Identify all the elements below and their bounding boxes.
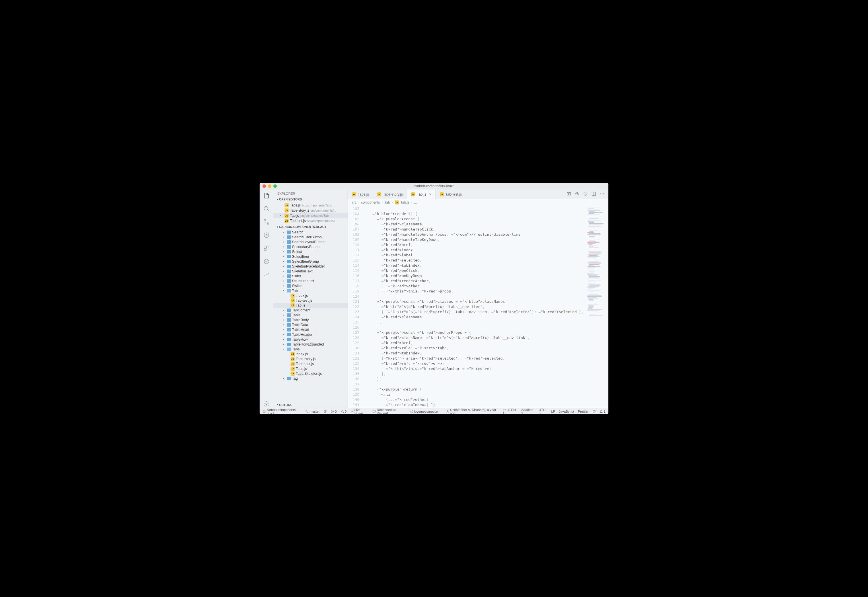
file-item[interactable]: JSTab.js (273, 303, 348, 308)
close-tab-icon[interactable]: × (429, 192, 431, 197)
svg-point-18 (308, 412, 308, 413)
more-actions-icon[interactable] (600, 192, 604, 197)
editor-tab[interactable]: JSTab-test.js (436, 190, 466, 199)
file-tree[interactable]: ▸Search▸SearchFilterButton▸SearchLayoutB… (273, 230, 348, 402)
folder-item[interactable]: ▸TableRow (273, 337, 348, 342)
code-editor[interactable]: 1031041051061071081091101111121131141151… (348, 206, 586, 408)
debug-icon[interactable] (263, 232, 270, 239)
open-editor-item[interactable]: ×JSTab-test.js src/components/Tab (273, 218, 348, 223)
file-item[interactable]: JSTabs-test.js (273, 361, 348, 366)
status-errors[interactable]: 0 (330, 410, 336, 413)
folder-item[interactable]: ▸Slider (273, 273, 348, 278)
status-sync[interactable] (323, 410, 327, 413)
folder-item[interactable]: ▸TableBody (273, 318, 348, 322)
folder-item[interactable]: ▸TabContent (273, 308, 348, 313)
status-liveshare[interactable]: Live Share (350, 408, 369, 414)
minimap[interactable] (586, 206, 608, 408)
folder-item[interactable]: ▸TableData (273, 322, 348, 327)
status-eol[interactable]: LF (551, 410, 555, 413)
editor-tab[interactable]: JSTabs.js (348, 190, 373, 199)
folder-item[interactable]: ▸Tag (273, 376, 348, 381)
file-item[interactable]: JSTab-test.js (273, 298, 348, 303)
explorer-sidebar: EXPLORER OPEN EDITORS ×JSTabs.js src/com… (273, 190, 348, 408)
status-project[interactable]: carbon-components-react (263, 408, 302, 414)
chevron-icon: ▸ (283, 270, 286, 272)
outline-header[interactable]: OUTLINE (273, 402, 348, 408)
status-spaces[interactable]: Spaces: 2 (521, 408, 535, 414)
folder-item[interactable]: ▸Table (273, 313, 348, 318)
status-notifications[interactable]: 1 (599, 410, 605, 413)
diff-icon[interactable] (583, 192, 588, 197)
source-control-icon[interactable] (263, 219, 270, 226)
folder-item[interactable]: ▾Tab (273, 288, 348, 293)
tree-item-label: TableHeader (292, 333, 312, 337)
compare-icon[interactable] (566, 192, 571, 197)
file-item[interactable]: JSindex.js (273, 352, 348, 356)
folder-item[interactable]: ▸Select (273, 249, 348, 254)
close-window-button[interactable] (263, 184, 266, 188)
breadcrumb-item[interactable]: Tab (384, 200, 390, 205)
tree-item-label: SelectItem (292, 255, 309, 258)
graph-icon[interactable] (263, 272, 270, 279)
folder-item[interactable]: ▾Tabs (273, 347, 348, 352)
file-item[interactable]: JSTabs.Skeleton.js (273, 371, 348, 376)
status-prettier[interactable]: Prettier (578, 410, 589, 413)
status-feedback-icon[interactable] (592, 410, 596, 413)
maximize-window-button[interactable] (273, 184, 277, 188)
folder-item[interactable]: ▸TableRowExpanded (273, 342, 348, 347)
status-github[interactable]: lovemecomputer (410, 410, 438, 413)
file-item[interactable]: JSTabs.js (273, 366, 348, 371)
breadcrumb-separator: › (382, 200, 383, 205)
close-icon[interactable]: × (280, 214, 283, 218)
split-editor-icon[interactable] (592, 192, 596, 197)
editor-tab[interactable]: JSTabs-story.js (373, 190, 407, 199)
folder-item[interactable]: ▸TableHead (273, 327, 348, 332)
folder-item[interactable]: ▸SelectItemGroup (273, 259, 348, 264)
js-file-icon: JS (291, 367, 294, 371)
folder-item[interactable]: ▸SkeletonText (273, 269, 348, 273)
folder-item[interactable]: ▸SearchLayoutButton (273, 239, 348, 244)
open-editor-item[interactable]: ×JSTab.js src/components/Tab (273, 213, 348, 218)
database-icon[interactable] (263, 258, 270, 266)
project-header[interactable]: CARBON-COMPONENTS-REACT (273, 224, 348, 230)
status-encoding[interactable]: UTF-8 (539, 408, 547, 414)
breadcrumb-item[interactable]: ... (414, 200, 417, 205)
breadcrumb-item[interactable]: components (361, 200, 380, 205)
status-discord[interactable]: Reconnect to Discord (373, 408, 406, 414)
open-editor-item[interactable]: ×JSTabs-story.js src/components/... (273, 208, 348, 213)
open-editor-item[interactable]: ×JSTabs.js src/components/Tabs (273, 203, 348, 208)
breadcrumbs[interactable]: src›components›Tab›JSTab.js›... (348, 199, 608, 206)
code-content[interactable]: ="k-blue">render() { ="k-purple">const {… (363, 206, 586, 408)
status-position[interactable]: Ln 1, Col 1 (503, 408, 518, 414)
explorer-icon[interactable] (263, 192, 270, 200)
settings-gear-icon[interactable] (263, 401, 270, 408)
open-editors-header[interactable]: OPEN EDITORS (273, 196, 348, 202)
folder-item[interactable]: ▸TableHeader (273, 332, 348, 337)
minimize-window-button[interactable] (268, 184, 271, 188)
status-warnings[interactable]: 0 (340, 410, 346, 413)
status-branch[interactable]: master (305, 410, 320, 413)
editor-tab[interactable]: JSTab.js× (407, 190, 436, 199)
folder-item[interactable]: ▸SecondaryButton (273, 244, 348, 249)
folder-item[interactable]: ▸SelectItem (273, 254, 348, 259)
file-item[interactable]: JSTabs-story.js (273, 356, 348, 361)
svg-point-15 (602, 193, 602, 194)
status-language[interactable]: JavaScript (559, 410, 574, 413)
folder-item[interactable]: ▸Search (273, 230, 348, 235)
editor-filename: Tabs.js (290, 203, 300, 207)
js-file-icon: JS (285, 208, 288, 212)
chevron-icon: ▸ (283, 255, 286, 258)
editor-filename: Tabs-story.js (290, 208, 309, 212)
status-blame[interactable]: Christopher A. Dhanaraj, a year ago (446, 408, 499, 414)
folder-item[interactable]: ▸StructuredList (273, 278, 348, 283)
search-icon[interactable] (263, 206, 270, 213)
extensions-icon[interactable] (263, 245, 270, 252)
folder-item[interactable]: ▸SkeletonPlaceholder (273, 264, 348, 269)
file-item[interactable]: JSindex.js (273, 293, 348, 298)
window-title: carbon-components-react (415, 184, 454, 188)
breadcrumb-item[interactable]: Tab.js (400, 200, 409, 205)
preview-icon[interactable] (575, 192, 580, 197)
breadcrumb-item[interactable]: src (352, 200, 357, 205)
folder-item[interactable]: ▸SearchFilterButton (273, 235, 348, 239)
folder-item[interactable]: ▸Switch (273, 283, 348, 288)
